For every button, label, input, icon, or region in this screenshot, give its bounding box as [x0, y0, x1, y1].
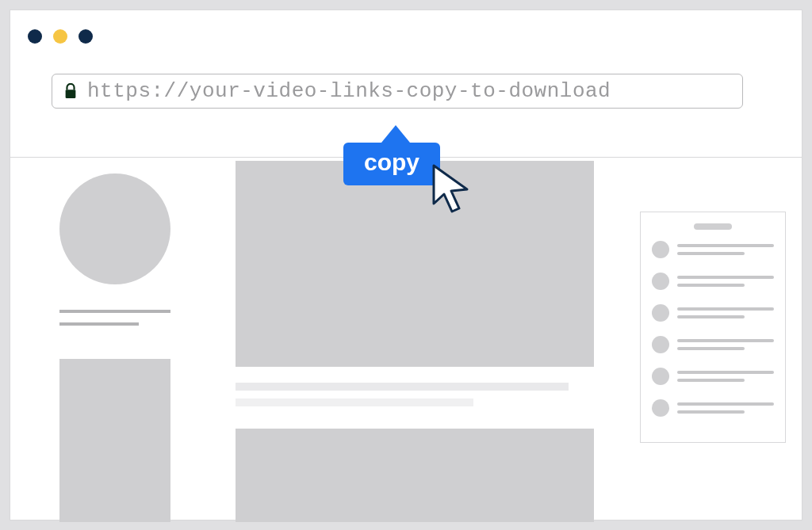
copy-button-label: copy	[343, 143, 440, 185]
list-item	[652, 304, 774, 322]
list-item	[652, 273, 774, 290]
video-title-placeholder	[236, 383, 569, 391]
item-text-placeholder	[677, 371, 774, 382]
sidebar-handle-icon	[694, 223, 732, 230]
item-avatar-placeholder	[652, 241, 669, 258]
address-bar[interactable]: https://your-video-links-copy-to-downloa…	[52, 74, 743, 109]
item-avatar-placeholder	[652, 399, 669, 417]
cursor-icon	[431, 162, 475, 223]
item-avatar-placeholder	[652, 368, 669, 385]
list-item	[652, 241, 774, 258]
item-text-placeholder	[677, 276, 774, 287]
window-controls	[28, 29, 93, 44]
item-text-placeholder	[677, 339, 774, 350]
channel-subtext-placeholder	[59, 322, 139, 326]
item-text-placeholder	[677, 244, 774, 255]
left-panel-placeholder	[59, 359, 170, 522]
sidebar-card	[640, 212, 786, 443]
copy-tooltip[interactable]: copy	[343, 125, 440, 185]
url-text: https://your-video-links-copy-to-downloa…	[87, 79, 611, 103]
channel-name-placeholder	[59, 310, 170, 313]
list-item	[652, 368, 774, 385]
window-dot-zoom-icon[interactable]	[79, 29, 93, 44]
list-item	[652, 399, 774, 417]
item-avatar-placeholder	[652, 304, 669, 322]
item-text-placeholder	[677, 307, 774, 318]
svg-rect-0	[66, 90, 76, 98]
video-thumbnail-placeholder	[236, 429, 594, 522]
browser-window: https://your-video-links-copy-to-downloa…	[10, 10, 802, 520]
list-item	[652, 336, 774, 353]
lock-icon	[63, 83, 78, 99]
tooltip-arrow-icon	[381, 125, 410, 143]
window-dot-minimize-icon[interactable]	[53, 29, 67, 44]
video-subtitle-placeholder	[236, 398, 473, 406]
item-text-placeholder	[677, 402, 774, 414]
window-dot-close-icon[interactable]	[28, 29, 42, 44]
item-avatar-placeholder	[652, 273, 669, 290]
video-thumbnail-placeholder	[236, 161, 594, 367]
page-content	[10, 158, 802, 520]
item-avatar-placeholder	[652, 336, 669, 353]
channel-avatar-placeholder	[59, 173, 170, 284]
